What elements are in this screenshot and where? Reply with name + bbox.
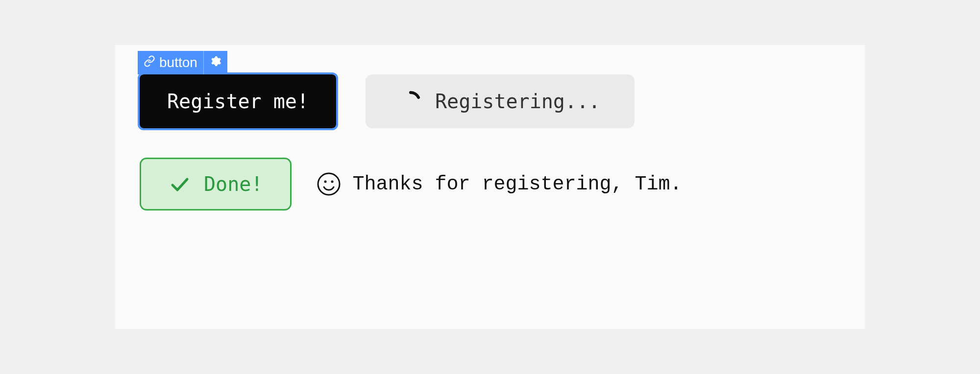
- smiley-icon: [316, 171, 342, 197]
- registering-button[interactable]: Registering...: [366, 74, 635, 128]
- thanks-message: Thanks for registering, Tim.: [316, 171, 682, 197]
- svg-point-0: [318, 173, 340, 195]
- button-row-1: button Register me!: [140, 74, 840, 128]
- registering-button-label: Registering...: [435, 90, 600, 113]
- selected-element-wrap: button Register me!: [140, 74, 336, 128]
- check-icon: [169, 173, 190, 195]
- svg-point-2: [331, 181, 334, 183]
- canvas-area: button Register me!: [115, 45, 865, 329]
- inspector-element-type: button: [159, 55, 197, 70]
- register-button[interactable]: Register me!: [140, 74, 336, 128]
- link-icon: [144, 55, 155, 70]
- spinner-icon: [400, 91, 421, 112]
- register-button-label: Register me!: [167, 90, 309, 113]
- done-button-label: Done!: [204, 173, 263, 195]
- thanks-text: Thanks for registering, Tim.: [352, 173, 682, 195]
- gear-icon[interactable]: [210, 55, 221, 70]
- button-row-2: Done! Thanks for registering, Tim.: [140, 158, 840, 210]
- done-button[interactable]: Done!: [140, 158, 292, 210]
- svg-point-1: [324, 181, 327, 183]
- inspector-label-bar[interactable]: button: [138, 51, 227, 74]
